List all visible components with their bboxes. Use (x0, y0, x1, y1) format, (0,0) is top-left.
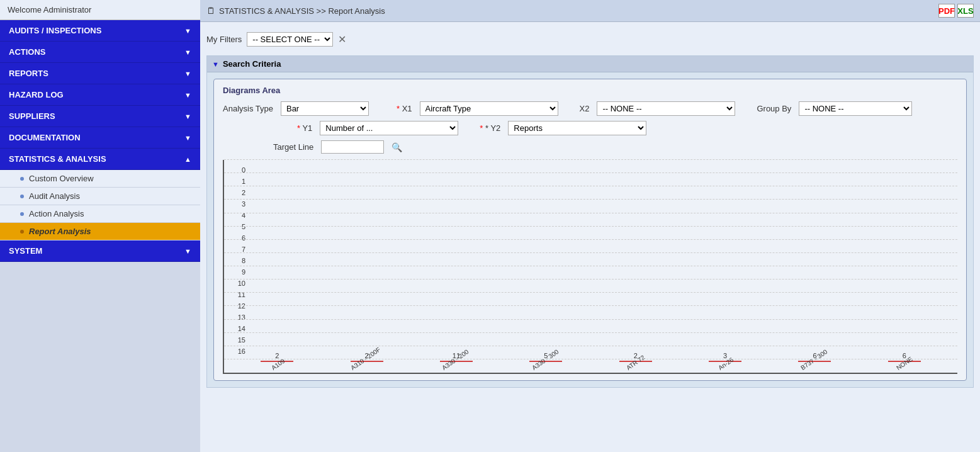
x2-select[interactable]: -- NONE -- (597, 101, 735, 116)
toggle-arrow-icon: ▼ (212, 60, 219, 68)
nav-item-stats[interactable]: STATISTICS & ANALYSIS▲ (0, 149, 200, 170)
y2-select[interactable]: Reports (508, 121, 646, 135)
chart-area: 2 A109 2 A310 - 200F 11 A330 - 200 5 A33… (223, 160, 957, 374)
search-icon[interactable]: 🔍 (391, 142, 402, 152)
target-line-input[interactable] (321, 140, 384, 154)
gridline (224, 279, 957, 280)
nav-list: AUDITS / INSPECTIONS▼ACTIONS▼REPORTS▼HAZ… (0, 20, 200, 262)
gridline (224, 226, 957, 227)
sidebar-item-report-analysis[interactable]: Report Analysis (0, 223, 200, 240)
gridline (224, 172, 957, 173)
page-icon: 🗒 (206, 6, 215, 16)
gridline (224, 213, 957, 213)
bar-group-A310---200F: 2 A310 - 200F (326, 352, 407, 373)
chevron-icon: ▼ (184, 113, 191, 120)
chevron-icon: ▼ (184, 48, 191, 56)
bar-group-A109: 2 A109 (237, 352, 317, 373)
breadcrumb: STATISTICS & ANALYSIS >> Report Analysis (219, 6, 385, 16)
gridline (224, 199, 957, 200)
content-area: My Filters -- SELECT ONE -- ✕ ▼ Search C… (200, 22, 980, 452)
chevron-icon: ▼ (184, 247, 191, 255)
bar-group-B737---300: 6 B737 - 300 (774, 352, 855, 373)
sidebar-header: Welcome Administrator (0, 0, 200, 20)
main-content: 🗒 STATISTICS & ANALYSIS >> Report Analys… (200, 0, 980, 452)
nav-item-reports[interactable]: REPORTS▼ (0, 63, 200, 84)
y1-label: Y1 (297, 123, 312, 133)
bars-container: 2 A109 2 A310 - 200F 11 A330 - 200 5 A33… (224, 160, 957, 373)
sidebar-item-action-analysis[interactable]: Action Analysis (0, 205, 200, 223)
gridline (224, 359, 957, 359)
group-by-label: Group By (757, 104, 791, 113)
group-by-select[interactable]: -- NONE -- (799, 101, 912, 116)
nav-item-actions[interactable]: ACTIONS▼ (0, 42, 200, 63)
x1-label: X1 (397, 104, 412, 113)
nav-label: HAZARD LOG (9, 90, 64, 99)
clear-filters-button[interactable]: ✕ (338, 33, 346, 45)
gridline (224, 159, 957, 160)
dot-icon (20, 177, 24, 181)
nav-item-suppliers[interactable]: SUPPLIERS▼ (0, 106, 200, 127)
nav-label: SYSTEM (9, 246, 42, 256)
my-filters-label: My Filters (206, 35, 242, 44)
search-criteria-panel: ▼ Search Criteria Diagrams Area Analysis… (206, 55, 974, 388)
sidebar-item-audit-analysis[interactable]: Audit Analysis (0, 188, 200, 205)
gridline (224, 346, 957, 346)
sub-item-label: Action Analysis (29, 209, 84, 218)
diagrams-area-title: Diagrams Area (223, 86, 957, 95)
welcome-text: Welcome Administrator (8, 5, 91, 14)
nav-label: SUPPLIERS (9, 111, 55, 121)
gridline (224, 305, 957, 306)
my-filters-select[interactable]: -- SELECT ONE -- (247, 32, 333, 47)
pdf-export-button[interactable]: PDF (938, 4, 955, 18)
nav-label: STATISTICS & ANALYSIS (9, 154, 106, 164)
sub-item-label: Custom Overview (29, 174, 94, 183)
breadcrumb-area: 🗒 STATISTICS & ANALYSIS >> Report Analys… (206, 6, 385, 16)
bar-group-An-26: 3 An-26 (685, 352, 765, 373)
search-criteria-title: Search Criteria (223, 59, 281, 69)
y1-select[interactable]: Number of ... (320, 121, 458, 135)
chevron-icon: ▼ (184, 91, 191, 99)
gridline (224, 252, 957, 253)
gridline (224, 239, 957, 240)
topbar: 🗒 STATISTICS & ANALYSIS >> Report Analys… (200, 0, 980, 22)
nav-item-audits[interactable]: AUDITS / INSPECTIONS▼ (0, 20, 200, 42)
gridline (224, 332, 957, 333)
search-criteria-header[interactable]: ▼ Search Criteria (207, 56, 973, 72)
nav-label: REPORTS (9, 69, 48, 78)
analysis-type-label: Analysis Type (223, 104, 273, 113)
nav-label: AUDITS / INSPECTIONS (9, 26, 101, 35)
bar-label: A109 (270, 358, 286, 371)
nav-item-hazard[interactable]: HAZARD LOG▼ (0, 84, 200, 106)
sidebar-item-custom-overview[interactable]: Custom Overview (0, 170, 200, 188)
gridline (224, 292, 957, 293)
target-line-label: Target Line (273, 142, 313, 152)
x2-label: X2 (580, 104, 590, 113)
diagrams-area: Diagrams Area Analysis Type Bar X1 Aircr… (213, 79, 967, 381)
analysis-type-select[interactable]: Bar (281, 101, 369, 116)
bar-group-ATR-72: 2 ATR 72 (595, 352, 676, 373)
nav-label: DOCUMENTATION (9, 133, 81, 142)
nav-label: ACTIONS (9, 47, 46, 57)
gridline (224, 186, 957, 186)
sidebar: Welcome Administrator AUDITS / INSPECTIO… (0, 0, 200, 452)
chart-wrapper: 161514131211109876543210 2 A109 2 A310 -… (223, 160, 957, 374)
gridline (224, 319, 957, 320)
nav-item-documentation[interactable]: DOCUMENTATION▼ (0, 127, 200, 149)
bar-group-A330---300: 5 A330 - 300 (505, 352, 586, 373)
bar-group-NONE: 6 NONE (864, 352, 945, 373)
x1-select[interactable]: Aircraft Type (420, 101, 558, 116)
gridline (224, 266, 957, 266)
dot-icon (20, 195, 24, 198)
y2-label: * Y2 (480, 123, 500, 133)
xls-export-button[interactable]: XLS (957, 4, 974, 18)
search-criteria-body: Diagrams Area Analysis Type Bar X1 Aircr… (207, 72, 973, 387)
chevron-icon: ▼ (184, 134, 191, 142)
filters-bar: My Filters -- SELECT ONE -- ✕ (206, 28, 974, 50)
chevron-icon: ▲ (184, 155, 191, 163)
sub-item-label: Report Analysis (29, 227, 91, 236)
export-buttons: PDF XLS (938, 4, 974, 18)
dot-icon (20, 212, 24, 216)
nav-item-system[interactable]: SYSTEM▼ (0, 240, 200, 262)
form-row-3: Target Line 🔍 (223, 140, 957, 154)
form-row-1: Analysis Type Bar X1 Aircraft Type X2 -- (223, 101, 957, 116)
